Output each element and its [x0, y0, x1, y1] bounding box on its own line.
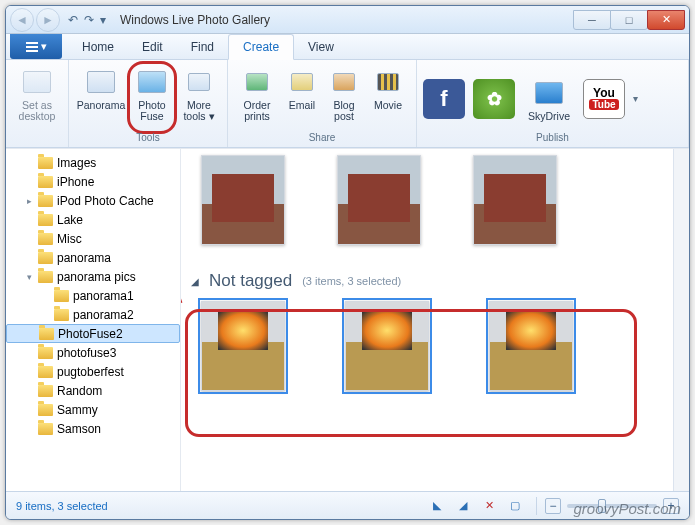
- tab-edit[interactable]: Edit: [128, 34, 177, 59]
- tree-node[interactable]: Misc: [6, 229, 180, 248]
- folder-icon: [39, 328, 54, 340]
- youtube-button[interactable]: You Tube: [583, 79, 625, 119]
- thumb-row: [201, 155, 665, 245]
- more-tools-button[interactable]: More tools ▾: [177, 63, 221, 132]
- title-bar: ◄ ► ↶ ↷ ▾ Windows Live Photo Gallery ─ □…: [6, 6, 689, 34]
- slider-knob[interactable]: [598, 499, 606, 513]
- tree-node-label: Misc: [57, 232, 82, 246]
- tab-view[interactable]: View: [294, 34, 348, 59]
- panorama-label: Panorama: [77, 100, 125, 111]
- tree-node[interactable]: Random: [6, 381, 180, 400]
- thumbnail[interactable]: [337, 155, 421, 245]
- thumbnail[interactable]: [473, 155, 557, 245]
- redo-icon[interactable]: ↷: [84, 13, 94, 27]
- blog-post-button[interactable]: Blog post: [324, 63, 364, 132]
- tree-node-label: pugtoberfest: [57, 365, 124, 379]
- tree-node-label: Lake: [57, 213, 83, 227]
- minimize-button[interactable]: ─: [573, 10, 611, 30]
- qat-dropdown-icon[interactable]: ▾: [100, 13, 106, 27]
- tree-node[interactable]: pugtoberfest: [6, 362, 180, 381]
- tree-node-label: Sammy: [57, 403, 98, 417]
- folder-icon: [38, 385, 53, 397]
- movie-label: Movie: [374, 100, 402, 111]
- collapse-arrow-icon[interactable]: ◢: [191, 276, 199, 287]
- thumbnail-selected[interactable]: [201, 301, 285, 391]
- app-window: ◄ ► ↶ ↷ ▾ Windows Live Photo Gallery ─ □…: [5, 5, 690, 520]
- delete-button[interactable]: ✕: [480, 498, 498, 514]
- tree-node[interactable]: iPhone: [6, 172, 180, 191]
- folder-tree[interactable]: ImagesiPhone▸iPod Photo CacheLakeMiscpan…: [6, 149, 181, 491]
- undo-icon[interactable]: ↶: [68, 13, 78, 27]
- more-tools-label: More tools ▾: [180, 100, 218, 122]
- rotate-left-button[interactable]: ◣: [428, 498, 446, 514]
- youtube-tube: Tube: [589, 99, 618, 110]
- status-text: 9 items, 3 selected: [16, 500, 108, 512]
- tree-node-label: Samson: [57, 422, 101, 436]
- folder-icon: [38, 366, 53, 378]
- ribbon: Set as desktop Panorama Photo Fuse More …: [6, 60, 689, 148]
- folder-icon: [38, 214, 53, 226]
- close-button[interactable]: ✕: [647, 10, 685, 30]
- vertical-scrollbar[interactable]: [673, 149, 689, 491]
- tree-node-label: Images: [57, 156, 96, 170]
- panorama-button[interactable]: Panorama: [75, 63, 127, 132]
- set-as-desktop-label: Set as desktop: [15, 100, 59, 122]
- folder-icon: [38, 423, 53, 435]
- expand-icon[interactable]: ▾: [24, 272, 34, 282]
- rotate-right-button[interactable]: ◢: [454, 498, 472, 514]
- group-header[interactable]: ◢ Not tagged (3 items, 3 selected): [191, 271, 665, 291]
- folder-icon: [38, 157, 53, 169]
- maximize-button[interactable]: □: [610, 10, 648, 30]
- photo-fuse-button[interactable]: Photo Fuse: [129, 63, 175, 132]
- thumbnail-gallery[interactable]: ◢ Not tagged (3 items, 3 selected): [181, 149, 673, 491]
- tree-node[interactable]: panorama2: [6, 305, 180, 324]
- nav-back-button[interactable]: ◄: [10, 8, 34, 32]
- folder-icon: [54, 309, 69, 321]
- group-meta: (3 items, 3 selected): [302, 275, 401, 287]
- file-menu-button[interactable]: ▾: [10, 34, 62, 59]
- tree-node-label: Random: [57, 384, 102, 398]
- skydrive-button[interactable]: SkyDrive: [523, 74, 575, 123]
- tree-node[interactable]: Lake: [6, 210, 180, 229]
- folder-icon: [38, 404, 53, 416]
- tree-node[interactable]: panorama1: [6, 286, 180, 305]
- email-button[interactable]: Email: [282, 63, 322, 132]
- messenger-button[interactable]: ✿: [473, 79, 515, 119]
- tab-find[interactable]: Find: [177, 34, 228, 59]
- tree-node[interactable]: ▸iPod Photo Cache: [6, 191, 180, 210]
- folder-icon: [38, 176, 53, 188]
- youtube-you: You: [593, 88, 615, 99]
- email-label: Email: [289, 100, 315, 111]
- tab-home[interactable]: Home: [68, 34, 128, 59]
- facebook-button[interactable]: f: [423, 79, 465, 119]
- movie-button[interactable]: Movie: [366, 63, 410, 132]
- blog-post-label: Blog post: [327, 100, 361, 122]
- order-prints-button[interactable]: Order prints: [234, 63, 280, 132]
- thumb-row: [201, 301, 665, 391]
- preview-button[interactable]: ▢: [506, 498, 524, 514]
- tree-node[interactable]: Images: [6, 153, 180, 172]
- tab-create[interactable]: Create: [228, 34, 294, 60]
- tree-node[interactable]: ▾panorama pics: [6, 267, 180, 286]
- set-as-desktop-button[interactable]: Set as desktop: [12, 63, 62, 132]
- tree-node-label: PhotoFuse2: [58, 327, 123, 341]
- tree-node[interactable]: Sammy: [6, 400, 180, 419]
- zoom-in-button[interactable]: +: [663, 498, 679, 514]
- content-area: ImagesiPhone▸iPod Photo CacheLakeMiscpan…: [6, 148, 689, 491]
- nav-forward-button[interactable]: ►: [36, 8, 60, 32]
- tree-node[interactable]: panorama: [6, 248, 180, 267]
- zoom-slider[interactable]: [567, 504, 657, 508]
- folder-icon: [54, 290, 69, 302]
- tree-node-label: panorama2: [73, 308, 134, 322]
- thumbnail-selected[interactable]: [489, 301, 573, 391]
- tree-node[interactable]: PhotoFuse2: [6, 324, 180, 343]
- tree-node[interactable]: Samson: [6, 419, 180, 438]
- zoom-out-button[interactable]: −: [545, 498, 561, 514]
- thumbnail-selected[interactable]: [345, 301, 429, 391]
- status-bar: 9 items, 3 selected ◣ ◢ ✕ ▢ − +: [6, 491, 689, 519]
- publish-more-icon[interactable]: ▾: [633, 93, 638, 104]
- thumbnail[interactable]: [201, 155, 285, 245]
- tab-bar: ▾ Home Edit Find Create View: [6, 34, 689, 60]
- expand-icon[interactable]: ▸: [24, 196, 34, 206]
- tree-node[interactable]: photofuse3: [6, 343, 180, 362]
